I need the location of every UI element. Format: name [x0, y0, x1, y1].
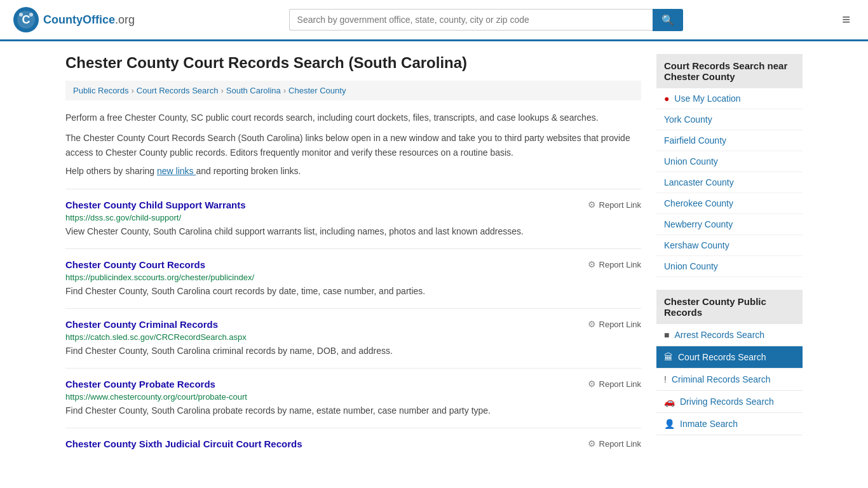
svg-text:C: C	[22, 13, 31, 26]
record-url: https://publicindex.sccourts.org/chester…	[65, 273, 641, 282]
breadcrumb-south-carolina[interactable]: South Carolina	[226, 86, 281, 95]
record-desc: View Chester County, South Carolina chil…	[65, 225, 641, 238]
report-icon: ⚙	[588, 200, 596, 210]
use-my-location-link[interactable]: Use My Location	[674, 93, 740, 104]
inmate-search-item[interactable]: 👤 Inmate Search	[656, 413, 803, 435]
report-link-label: Report Link	[599, 379, 641, 389]
breadcrumb-sep-2: ›	[220, 86, 223, 95]
logo-text: CountyOffice.org	[43, 13, 135, 27]
inmate-icon: 👤	[664, 419, 675, 429]
fairfield-county-link[interactable]: Fairfield County	[664, 135, 726, 146]
main-container: Chester County Court Records Search (Sou…	[53, 41, 815, 472]
svg-point-3	[19, 13, 23, 17]
page-title: Chester County Court Records Search (Sou…	[65, 54, 641, 72]
arrest-records-link[interactable]: Arrest Records Search	[674, 330, 764, 340]
report-link-label: Report Link	[599, 320, 641, 329]
cherokee-county-link[interactable]: Cherokee County	[664, 198, 733, 208]
logo-area: C CountyOffice.org	[13, 6, 135, 33]
record-desc: Find Chester County, South Carolina cour…	[65, 285, 641, 298]
report-link-button[interactable]: ⚙ Report Link	[588, 379, 641, 389]
search-input[interactable]	[289, 9, 653, 30]
report-link-label: Report Link	[599, 260, 641, 269]
report-icon: ⚙	[588, 259, 596, 269]
report-icon: ⚙	[588, 319, 596, 329]
record-url: https://catch.sled.sc.gov/CRCRecordSearc…	[65, 332, 641, 342]
help-suffix: and reporting broken links.	[196, 166, 301, 176]
record-url: https://dss.sc.gov/child-support/	[65, 213, 641, 222]
nearby-county-item[interactable]: Union County	[656, 151, 803, 172]
arrest-records-item[interactable]: ■ Arrest Records Search	[656, 324, 803, 346]
record-desc: Find Chester County, South Carolina crim…	[65, 344, 641, 358]
record-entry: Chester County Court Records ⚙ Report Li…	[65, 248, 641, 308]
breadcrumb-public-records[interactable]: Public Records	[73, 86, 128, 95]
nearby-section: Court Records Search near Chester County…	[656, 54, 803, 277]
record-title[interactable]: Chester County Probate Records	[65, 379, 215, 390]
record-entry: Chester County Sixth Judicial Circuit Co…	[65, 428, 641, 459]
nearby-county-item[interactable]: Union County	[656, 256, 803, 277]
record-title[interactable]: Chester County Criminal Records	[65, 319, 218, 330]
record-header: Chester County Child Support Warrants ⚙ …	[65, 200, 641, 210]
union-county-link-2[interactable]: Union County	[664, 261, 718, 271]
union-county-link-1[interactable]: Union County	[664, 156, 718, 166]
kershaw-county-link[interactable]: Kershaw County	[664, 240, 729, 250]
record-title[interactable]: Chester County Child Support Warrants	[65, 200, 246, 210]
report-icon: ⚙	[588, 438, 596, 449]
record-entry: Chester County Criminal Records ⚙ Report…	[65, 308, 641, 368]
court-icon: 🏛	[664, 352, 673, 362]
court-records-item[interactable]: 🏛 Court Records Search	[656, 346, 803, 369]
breadcrumb-court-records[interactable]: Court Records Search	[137, 86, 219, 95]
record-desc: Find Chester County, South Carolina prob…	[65, 404, 641, 417]
record-entry: Chester County Child Support Warrants ⚙ …	[65, 189, 641, 248]
criminal-records-link[interactable]: Criminal Records Search	[672, 374, 771, 384]
record-url: https://www.chestercounty.org/court/prob…	[65, 392, 641, 402]
nearby-county-item[interactable]: Fairfield County	[656, 130, 803, 151]
lancaster-county-link[interactable]: Lancaster County	[664, 177, 734, 187]
record-header: Chester County Sixth Judicial Circuit Co…	[65, 438, 641, 449]
new-links-link[interactable]: new links	[157, 166, 196, 176]
driving-records-link[interactable]: Driving Records Search	[680, 396, 774, 407]
breadcrumb-chester-county[interactable]: Chester County	[288, 86, 346, 95]
report-link-button[interactable]: ⚙ Report Link	[588, 259, 641, 269]
record-title[interactable]: Chester County Court Records	[65, 259, 205, 270]
help-text: Help others by sharing new links and rep…	[65, 166, 641, 176]
report-link-label: Report Link	[599, 439, 641, 449]
inmate-search-link[interactable]: Inmate Search	[680, 419, 738, 429]
nearby-section-title: Court Records Search near Chester County	[656, 54, 803, 88]
breadcrumb-sep-1: ›	[131, 86, 133, 95]
nearby-county-item[interactable]: Cherokee County	[656, 193, 803, 214]
record-header: Chester County Court Records ⚙ Report Li…	[65, 259, 641, 270]
report-link-button[interactable]: ⚙ Report Link	[588, 200, 641, 210]
content-area: Chester County Court Records Search (Sou…	[65, 54, 641, 459]
use-my-location-item[interactable]: ● Use My Location	[656, 88, 803, 109]
help-prefix: Help others by sharing	[65, 166, 154, 176]
newberry-county-link[interactable]: Newberry County	[664, 219, 733, 229]
driving-records-item[interactable]: 🚗 Driving Records Search	[656, 391, 803, 413]
report-link-button[interactable]: ⚙ Report Link	[588, 438, 641, 449]
site-header: C CountyOffice.org 🔍 ≡	[0, 0, 868, 41]
nearby-county-item[interactable]: Kershaw County	[656, 235, 803, 256]
menu-button[interactable]: ≡	[837, 9, 855, 30]
sidebar: Court Records Search near Chester County…	[656, 54, 803, 459]
secondary-text: The Chester County Court Records Search …	[65, 131, 641, 159]
report-icon: ⚙	[588, 379, 596, 389]
york-county-link[interactable]: York County	[664, 114, 712, 125]
breadcrumb: Public Records › Court Records Search › …	[65, 81, 641, 100]
criminal-records-item[interactable]: ! Criminal Records Search	[656, 369, 803, 391]
record-title[interactable]: Chester County Sixth Judicial Circuit Co…	[65, 438, 302, 449]
search-icon: 🔍	[661, 15, 674, 25]
court-records-link[interactable]: Court Records Search	[678, 352, 766, 362]
arrest-icon: ■	[664, 330, 669, 340]
nearby-county-item[interactable]: York County	[656, 109, 803, 130]
report-link-label: Report Link	[599, 200, 641, 210]
logo-icon: C	[13, 6, 39, 33]
record-header: Chester County Criminal Records ⚙ Report…	[65, 319, 641, 330]
public-records-section-title: Chester County Public Records	[656, 290, 803, 324]
location-icon: ●	[664, 93, 669, 104]
nearby-county-item[interactable]: Lancaster County	[656, 172, 803, 193]
public-records-section: Chester County Public Records ■ Arrest R…	[656, 290, 803, 435]
record-entry: Chester County Probate Records ⚙ Report …	[65, 368, 641, 428]
nearby-county-item[interactable]: Newberry County	[656, 214, 803, 235]
report-link-button[interactable]: ⚙ Report Link	[588, 319, 641, 329]
search-button[interactable]: 🔍	[653, 9, 683, 31]
breadcrumb-sep-3: ›	[283, 86, 286, 95]
